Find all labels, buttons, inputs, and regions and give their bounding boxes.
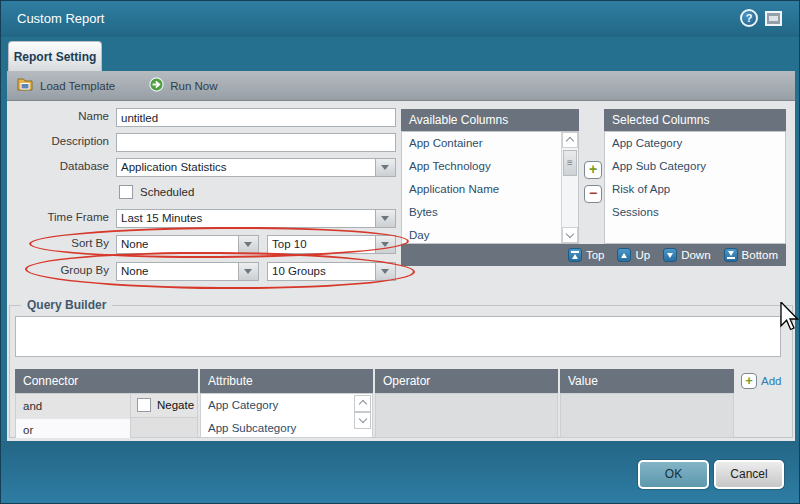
move-down-button[interactable]: Down <box>663 248 710 262</box>
group-by-select[interactable]: None <box>116 262 259 281</box>
move-top-button[interactable]: Top <box>568 248 605 262</box>
selected-column-item[interactable]: App Sub Category <box>605 155 785 178</box>
plus-icon: + <box>589 161 597 177</box>
move-up-label: Up <box>635 249 650 261</box>
attribute-option[interactable]: App Category <box>201 394 372 417</box>
custom-report-dialog: Custom Report ? Report Setting Load Temp… <box>0 0 800 504</box>
connector-filler-cell <box>131 418 198 438</box>
scheduled-label: Scheduled <box>140 186 194 198</box>
window-icon[interactable] <box>765 11 782 26</box>
name-field[interactable] <box>116 108 396 127</box>
attribute-scroll-up-button[interactable] <box>354 395 371 412</box>
time-frame-select[interactable]: Last 15 Minutes <box>116 209 396 228</box>
plus-icon: + <box>741 373 757 389</box>
move-bottom-button[interactable]: Bottom <box>724 248 778 262</box>
available-column-item[interactable]: Day <box>402 224 578 244</box>
database-select[interactable]: Application Statistics <box>116 158 396 177</box>
attribute-scroll-down-button[interactable] <box>354 412 371 429</box>
chevron-down-icon[interactable] <box>375 236 395 253</box>
operator-column-header: Operator <box>375 369 558 393</box>
available-column-item[interactable]: Application Name <box>402 178 578 201</box>
cancel-button[interactable]: Cancel <box>714 460 784 489</box>
query-builder-table: Connector Attribute Operator Value and o… <box>15 369 741 438</box>
description-field[interactable] <box>116 133 396 152</box>
attribute-listbox: App Category App Subcategory <box>200 393 373 438</box>
selected-column-item[interactable]: Risk of App <box>605 178 785 201</box>
run-now-button[interactable]: Run Now <box>149 77 217 94</box>
group-by-groups-value: 10 Groups <box>272 265 326 277</box>
attribute-option[interactable]: App Subcategory <box>201 417 372 438</box>
value-column-header: Value <box>560 369 734 393</box>
load-template-button[interactable]: Load Template <box>17 78 115 94</box>
ok-button[interactable]: OK <box>638 460 709 489</box>
negate-checkbox[interactable] <box>137 398 151 412</box>
sort-by-top-select[interactable]: Top 10 <box>267 235 396 254</box>
toolbar: Load Template Run Now <box>7 71 795 101</box>
sort-by-top-value: Top 10 <box>272 238 307 250</box>
run-arrow-icon <box>149 77 164 94</box>
name-label: Name <box>7 110 109 122</box>
sort-by-select[interactable]: None <box>116 235 259 254</box>
selected-columns-header: Selected Columns <box>604 109 786 131</box>
database-label: Database <box>7 160 109 172</box>
dialog-footer: OK Cancel <box>1 441 800 504</box>
available-columns-list: App Container App Technology Application… <box>401 131 579 244</box>
selected-column-item[interactable]: Sessions <box>605 201 785 224</box>
scroll-thumb[interactable]: ≡ <box>563 150 577 176</box>
group-by-value: None <box>121 265 149 277</box>
chevron-down-icon[interactable] <box>238 263 258 280</box>
group-by-groups-select[interactable]: 10 Groups <box>267 262 396 281</box>
chevron-down-icon[interactable] <box>375 210 395 227</box>
chevron-up-icon <box>566 137 574 145</box>
tab-report-setting[interactable]: Report Setting <box>8 41 102 71</box>
value-cell[interactable] <box>560 393 734 438</box>
chevron-down-icon <box>566 230 574 238</box>
negate-label: Negate <box>157 399 194 411</box>
load-template-label: Load Template <box>40 80 115 92</box>
report-setting-panel: Name Description Database Time Frame Sor… <box>7 101 795 441</box>
available-column-item[interactable]: Bytes <box>402 201 578 224</box>
folder-icon <box>17 78 34 94</box>
page-title: Custom Report <box>17 11 104 26</box>
chevron-down-icon[interactable] <box>375 159 395 176</box>
column-order-toolbar: Top Up Down Bottom <box>401 244 786 266</box>
operator-cell[interactable] <box>375 393 558 438</box>
add-column-button[interactable]: + <box>584 161 602 179</box>
scroll-down-button[interactable] <box>562 227 578 243</box>
chevron-down-icon[interactable] <box>238 236 258 253</box>
time-frame-label: Time Frame <box>7 211 109 223</box>
move-top-label: Top <box>586 249 605 261</box>
group-by-label: Group By <box>7 264 109 276</box>
connector-option-and[interactable]: and <box>16 394 130 419</box>
move-up-button[interactable]: Up <box>617 248 650 262</box>
negate-cell: Negate <box>131 393 198 418</box>
chevron-down-icon[interactable] <box>375 263 395 280</box>
move-bottom-label: Bottom <box>742 249 778 261</box>
connector-option-or[interactable]: or <box>16 419 130 438</box>
arrow-bottom-icon <box>724 248 738 262</box>
move-down-label: Down <box>681 249 710 261</box>
run-now-label: Run Now <box>170 80 217 92</box>
sort-by-value: None <box>121 238 149 250</box>
selected-column-item[interactable]: App Category <box>605 132 785 155</box>
available-column-item[interactable]: App Container <box>402 132 578 155</box>
help-icon[interactable]: ? <box>740 9 758 27</box>
add-label: Add <box>761 375 781 387</box>
time-frame-value: Last 15 Minutes <box>121 212 202 224</box>
query-builder-legend: Query Builder <box>21 298 112 312</box>
arrow-top-icon <box>568 248 582 262</box>
remove-column-button[interactable]: − <box>584 185 602 203</box>
add-condition-button[interactable]: + Add <box>741 373 781 389</box>
attribute-column-header: Attribute <box>200 369 373 393</box>
arrow-down-icon <box>663 248 677 262</box>
minus-icon: − <box>589 185 597 201</box>
arrow-up-icon <box>617 248 631 262</box>
query-input[interactable] <box>15 316 781 357</box>
available-columns-header: Available Columns <box>401 109 579 131</box>
connector-listbox: and or <box>15 393 131 438</box>
sort-by-label: Sort By <box>7 237 109 249</box>
available-column-item[interactable]: App Technology <box>402 155 578 178</box>
scroll-up-button[interactable] <box>562 132 578 148</box>
available-columns-scrollbar[interactable]: ≡ <box>561 132 578 243</box>
scheduled-checkbox[interactable] <box>119 185 133 199</box>
